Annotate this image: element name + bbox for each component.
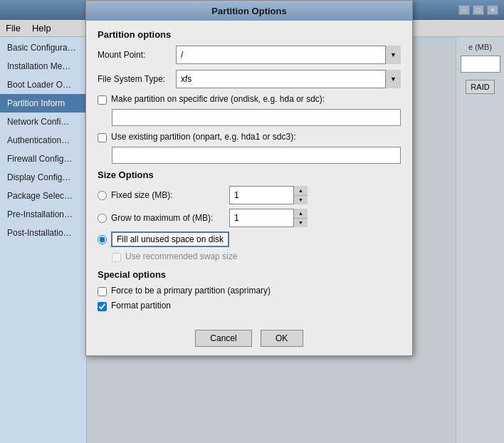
filesystem-type-label: File System Type:	[98, 74, 176, 84]
specific-drive-checkbox[interactable]	[98, 95, 107, 105]
existing-partition-input-wrapper	[112, 147, 401, 164]
grow-max-spinbox-wrapper: ▲ ▼	[229, 209, 308, 227]
fill-disk-label: Fill all unused space on disk	[111, 231, 229, 247]
existing-partition-label: Use existing partition (onpart, e.g. hda…	[111, 132, 295, 142]
primary-partition-label: Force to be a primary partition (asprima…	[111, 286, 271, 296]
dialog-body: Partition options Mount Point: / ▼ File …	[86, 21, 412, 324]
mount-point-select[interactable]: /	[176, 46, 401, 64]
grow-max-label: Grow to maximum of (MB):	[111, 213, 225, 223]
filesystem-type-row: File System Type: xfs ▼	[98, 70, 401, 88]
fixed-size-label: Fixed size (MB):	[111, 190, 225, 200]
specific-drive-input[interactable]	[112, 109, 401, 126]
cancel-button[interactable]: Cancel	[195, 330, 251, 347]
primary-partition-row: Force to be a primary partition (asprima…	[98, 286, 401, 296]
format-partition-label: Format partition	[111, 301, 171, 311]
fixed-size-radio[interactable]	[98, 191, 107, 200]
size-options-section-title: Size Options	[98, 170, 401, 180]
special-options-title: Special options	[98, 269, 401, 280]
swap-row: Use recommended swap size	[112, 251, 401, 262]
dialog-footer: Cancel OK	[86, 324, 412, 355]
dialog-titlebar: Partition Options	[86, 1, 412, 21]
filesystem-type-select[interactable]: xfs	[176, 70, 401, 88]
dialog-overlay: Partition Options Partition options Moun…	[0, 0, 504, 443]
special-options-section: Special options Force to be a primary pa…	[98, 269, 401, 311]
mount-point-row: Mount Point: / ▼	[98, 46, 401, 64]
fixed-size-row: Fixed size (MB): ▲ ▼	[98, 186, 401, 204]
grow-max-up-arrow[interactable]: ▲	[294, 209, 308, 219]
fill-disk-row: Fill all unused space on disk	[98, 231, 401, 247]
filesystem-type-select-wrapper: xfs ▼	[176, 70, 401, 88]
format-partition-row: Format partition	[98, 301, 401, 311]
existing-partition-row: Use existing partition (onpart, e.g. hda…	[98, 132, 401, 142]
partition-options-dialog: Partition Options Partition options Moun…	[85, 0, 413, 356]
partition-options-section-title: Partition options	[98, 29, 401, 40]
format-partition-checkbox[interactable]	[98, 302, 107, 311]
specific-drive-input-wrapper	[112, 109, 401, 126]
fixed-size-arrows: ▲ ▼	[293, 186, 308, 204]
ok-button[interactable]: OK	[261, 330, 303, 347]
grow-max-row: Grow to maximum of (MB): ▲ ▼	[98, 209, 401, 227]
grow-max-arrows: ▲ ▼	[293, 209, 308, 227]
dialog-title: Partition Options	[211, 6, 286, 16]
fixed-size-up-arrow[interactable]: ▲	[294, 186, 308, 196]
specific-drive-row: Make partition on specific drive (ondisk…	[98, 94, 401, 105]
specific-drive-label: Make partition on specific drive (ondisk…	[111, 94, 325, 104]
fixed-size-down-arrow[interactable]: ▼	[294, 196, 308, 205]
swap-checkbox	[112, 253, 121, 262]
existing-partition-input[interactable]	[112, 147, 401, 164]
size-options-section: Size Options Fixed size (MB): ▲ ▼	[98, 170, 401, 262]
existing-partition-checkbox[interactable]	[98, 133, 107, 142]
swap-label: Use recommended swap size	[125, 251, 237, 261]
fill-disk-radio[interactable]	[98, 235, 107, 244]
fixed-size-spinbox-wrapper: ▲ ▼	[229, 186, 308, 204]
grow-max-radio[interactable]	[98, 214, 107, 223]
mount-point-select-wrapper: / ▼	[176, 46, 401, 64]
primary-partition-checkbox[interactable]	[98, 287, 107, 296]
grow-max-down-arrow[interactable]: ▼	[294, 219, 308, 228]
mount-point-label: Mount Point:	[98, 50, 176, 60]
